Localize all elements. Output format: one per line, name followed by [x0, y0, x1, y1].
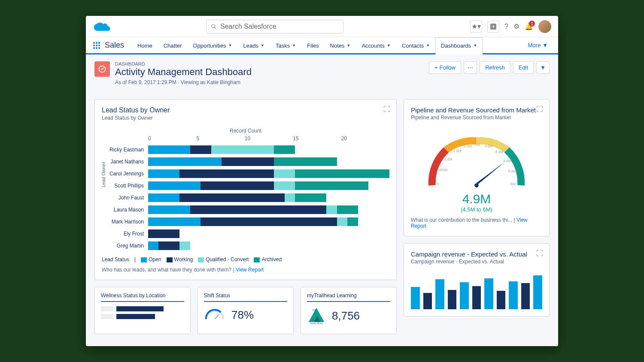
tab-home[interactable]: Home [132, 37, 158, 53]
svg-point-3 [96, 42, 97, 44]
card-footer: What is our contribution to the business… [411, 217, 542, 229]
app-launcher-icon[interactable] [93, 37, 105, 53]
svg-point-0 [212, 24, 215, 27]
follow-button[interactable]: +Follow [429, 61, 461, 74]
svg-line-13 [215, 314, 219, 319]
svg-text:5.4M: 5.4M [508, 169, 516, 173]
gauge-value: 4.9M [462, 192, 491, 206]
chevron-down-icon[interactable]: ▼ [426, 43, 430, 48]
svg-text:my: my [313, 308, 316, 312]
refresh-button[interactable]: Refresh [480, 61, 510, 74]
card-subtitle: Campaign revenue - Expected vs. Actual [411, 259, 542, 265]
card-title: Wellness Status by Location [101, 293, 184, 302]
favorites-icon[interactable]: ★▾ [470, 21, 482, 33]
search-placeholder: Search Salesforce [220, 23, 276, 30]
svg-text:6M: 6M [510, 182, 516, 186]
tab-leads[interactable]: Leads▼ [238, 37, 270, 53]
svg-point-9 [96, 47, 97, 49]
page-title: Activity Management Dashboard [115, 66, 252, 78]
card-title: myTrailhead Learning [307, 293, 390, 302]
svg-text:0: 0 [437, 182, 439, 186]
svg-text:1.2M: 1.2M [444, 157, 453, 161]
svg-text:3M: 3M [475, 142, 480, 147]
more-actions-button[interactable]: ▼ [536, 61, 550, 74]
chart-xlabel: Record Count [102, 128, 389, 134]
salesforce-logo[interactable] [93, 20, 112, 33]
page-subtitle: As of Feb 9, 2017 1:29 PM · Viewing as K… [115, 79, 252, 85]
chevron-down-icon[interactable]: ▼ [228, 43, 232, 48]
svg-point-6 [96, 45, 97, 46]
app-label: Sales [105, 37, 132, 53]
tab-accounts[interactable]: Accounts▼ [356, 37, 396, 53]
tab-contacts[interactable]: Contacts▼ [396, 37, 435, 53]
chevron-down-icon[interactable]: ▼ [473, 43, 477, 48]
chevron-down-icon[interactable]: ▼ [347, 43, 351, 48]
chart-row: Ricky Eastman [102, 144, 389, 155]
tab-chatter[interactable]: Chatter [158, 37, 188, 53]
chart-legend: Lead Status| Open Working Qualified - Co… [102, 256, 389, 262]
campaign-chart [411, 271, 542, 309]
svg-text:3.6M: 3.6M [485, 144, 493, 148]
card-footer: Who has our leads, and what have they do… [102, 267, 389, 273]
search-input[interactable]: Search Salesforce [206, 20, 343, 33]
tab-notes[interactable]: Notes▼ [325, 37, 356, 53]
chart-row: Mark Harrison [102, 216, 389, 227]
card-subtitle: Lead Status by Owner [102, 115, 389, 121]
add-icon[interactable] [487, 21, 499, 33]
chevron-down-icon[interactable]: ▼ [387, 43, 391, 48]
chart-row: Laura Mason [102, 204, 389, 215]
svg-point-8 [93, 47, 95, 49]
tab-tasks[interactable]: Tasks▼ [270, 37, 301, 53]
svg-text:1.8M: 1.8M [453, 149, 461, 153]
avatar[interactable] [538, 20, 551, 33]
notifications-icon[interactable]: 🔔1 [525, 22, 533, 30]
tab-opportunities[interactable]: Opportunities▼ [187, 37, 237, 53]
svg-point-12 [101, 68, 103, 69]
learning-value: 8,756 [332, 309, 360, 323]
gauge-range: (4.5M to 6M) [461, 206, 492, 213]
chart-row: Janet Nathans [102, 156, 389, 167]
campaign-revenue-card: ⛶ Campaign revenue - Expected vs. Actual… [404, 243, 550, 317]
shift-value: 78% [231, 308, 254, 322]
chart-xticks: 05101520 [148, 136, 389, 142]
svg-point-2 [93, 42, 95, 44]
svg-point-5 [93, 45, 95, 46]
chart-row: Scott Phillips [102, 180, 389, 191]
metrics-icon[interactable]: ⋯ [464, 61, 477, 74]
learning-card: myTrailhead Learning TRAILHEADmy 8,756 [301, 287, 397, 334]
expand-icon[interactable]: ⛶ [536, 250, 543, 257]
settings-icon[interactable]: ⚙ [513, 22, 519, 30]
svg-text:4.2M: 4.2M [495, 150, 503, 154]
shift-status-card: Shift Status 78% [197, 287, 294, 334]
chart-row: Greg Martin [102, 240, 389, 251]
chevron-down-icon[interactable]: ▼ [261, 43, 264, 48]
chart-bars: Ricky EastmanJanet NathansCarol Jennings… [102, 144, 389, 251]
dashboard-icon [94, 61, 110, 77]
view-report-link[interactable]: View Report [236, 267, 264, 273]
chevron-down-icon[interactable]: ▼ [292, 43, 296, 48]
trailhead-icon: TRAILHEADmy [307, 306, 326, 325]
svg-text:600K: 600K [439, 168, 448, 172]
help-icon[interactable]: ? [504, 23, 508, 30]
svg-text:TRAILHEAD: TRAILHEAD [310, 322, 323, 325]
card-title: Lead Status by Owner [102, 106, 389, 114]
gauge-icon [204, 306, 225, 323]
tab-more[interactable]: More▼ [525, 37, 552, 53]
chart-row: Carol Jennings [102, 168, 389, 179]
tab-dashboards[interactable]: Dashboards▼ [435, 37, 483, 54]
svg-text:2.4M: 2.4M [464, 144, 472, 148]
svg-point-10 [98, 47, 100, 49]
chart-row: Ely Frost [102, 228, 389, 239]
card-title: Campaign revenue - Expected vs. Actual [411, 250, 542, 258]
chart-row: John Faust [102, 192, 389, 203]
chevron-down-icon: ▼ [542, 42, 548, 48]
lead-status-card: ⛶ Lead Status by Owner Lead Status by Ow… [94, 99, 397, 280]
expand-icon[interactable]: ⛶ [383, 106, 390, 113]
svg-point-27 [474, 183, 478, 187]
svg-point-7 [98, 45, 100, 46]
notification-badge: 1 [529, 21, 535, 27]
tab-files[interactable]: Files [301, 37, 324, 53]
card-subtitle: Pipeline and Revenue Sourced from Market [411, 115, 542, 121]
edit-button[interactable]: Edit [513, 61, 534, 74]
expand-icon[interactable]: ⛶ [536, 106, 543, 113]
